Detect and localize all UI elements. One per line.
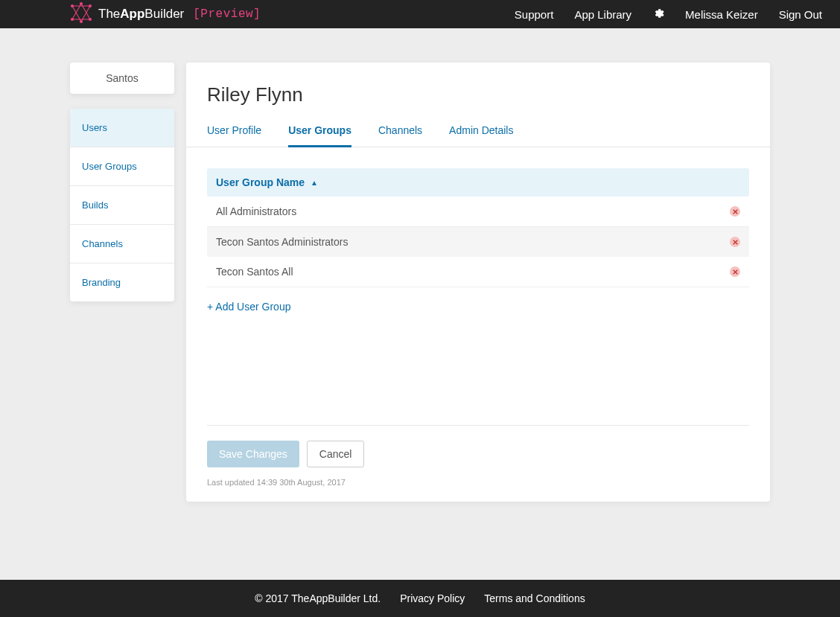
- group-name: Tecon Santos Administrators: [216, 236, 348, 248]
- save-button[interactable]: Save Changes: [207, 441, 299, 467]
- group-name: All Administrators: [216, 205, 296, 217]
- table-column-header[interactable]: User Group Name ▲: [207, 168, 749, 196]
- brand-app: App: [120, 7, 144, 21]
- sidebar-item-branding[interactable]: Branding: [70, 263, 174, 301]
- column-title: User Group Name: [216, 176, 305, 188]
- nav-support[interactable]: Support: [515, 8, 554, 21]
- tab-admin-details[interactable]: Admin Details: [449, 115, 513, 147]
- svg-point-5: [80, 21, 83, 23]
- nav-user-name[interactable]: Melissa Keizer: [685, 8, 758, 21]
- preview-tag: [Preview]: [193, 7, 261, 21]
- tab-channels[interactable]: Channels: [378, 115, 422, 147]
- svg-point-4: [71, 19, 74, 21]
- content-header: Riley Flynn: [186, 63, 770, 115]
- logo-icon: [70, 1, 92, 27]
- sidebar: Santos Users User Groups Builds Channels…: [70, 63, 174, 301]
- tab-user-groups[interactable]: User Groups: [288, 115, 351, 147]
- remove-button[interactable]: [730, 266, 740, 277]
- table-row: Tecon Santos Administrators: [207, 227, 749, 257]
- last-updated: Last updated 14:39 30th August, 2017: [207, 478, 749, 487]
- tabs: User Profile User Groups Channels Admin …: [186, 115, 770, 147]
- svg-point-6: [89, 5, 92, 7]
- page-title: Riley Flynn: [207, 83, 749, 106]
- remove-button[interactable]: [730, 237, 740, 247]
- brand-builder: Builder: [144, 7, 184, 21]
- content-card: Riley Flynn User Profile User Groups Cha…: [186, 63, 770, 502]
- svg-point-7: [71, 5, 74, 7]
- action-bar: Save Changes Cancel: [207, 425, 749, 467]
- cancel-button[interactable]: Cancel: [307, 441, 365, 467]
- svg-point-3: [89, 19, 92, 21]
- table-row: Tecon Santos All: [207, 257, 749, 287]
- group-name: Tecon Santos All: [216, 266, 293, 278]
- sidebar-item-user-groups[interactable]: User Groups: [70, 147, 174, 186]
- sidebar-nav: Users User Groups Builds Channels Brandi…: [70, 109, 174, 301]
- sidebar-org[interactable]: Santos: [70, 63, 174, 94]
- sidebar-item-channels[interactable]: Channels: [70, 225, 174, 263]
- brand: TheAppBuilder [Preview]: [70, 1, 261, 27]
- sort-asc-icon: ▲: [311, 179, 318, 187]
- add-user-group-link[interactable]: + Add User Group: [207, 301, 749, 313]
- topbar-nav: Support App Library Melissa Keizer Sign …: [515, 7, 822, 22]
- topbar: TheAppBuilder [Preview] Support App Libr…: [0, 0, 840, 28]
- main-container: Santos Users User Groups Builds Channels…: [0, 28, 840, 524]
- table-row: All Administrators: [207, 196, 749, 227]
- gear-icon[interactable]: [652, 7, 664, 22]
- spacer: [207, 313, 749, 425]
- tab-body: User Group Name ▲ All Administrators Tec…: [186, 147, 770, 502]
- brand-text: TheAppBuilder: [98, 7, 184, 22]
- tab-user-profile[interactable]: User Profile: [207, 115, 261, 147]
- brand-the: The: [98, 7, 120, 21]
- nav-sign-out[interactable]: Sign Out: [779, 8, 822, 21]
- svg-point-2: [80, 3, 83, 5]
- sidebar-item-users[interactable]: Users: [70, 109, 174, 147]
- sidebar-item-builds[interactable]: Builds: [70, 186, 174, 225]
- nav-app-library[interactable]: App Library: [574, 8, 631, 21]
- remove-button[interactable]: [730, 206, 740, 217]
